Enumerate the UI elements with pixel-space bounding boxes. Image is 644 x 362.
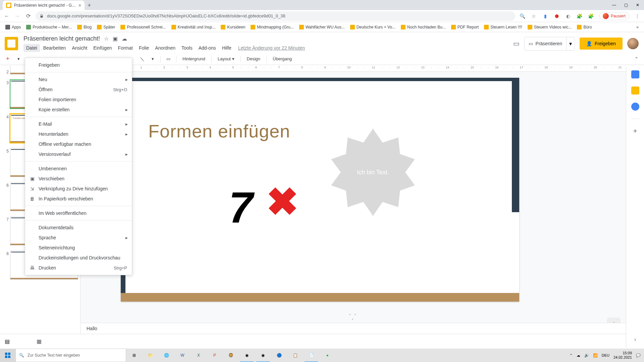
line-tool-icon[interactable]: ＼: [138, 55, 146, 63]
explorer-icon[interactable]: 📁: [142, 349, 158, 362]
spotify-icon[interactable]: ●: [319, 349, 335, 362]
excel-icon[interactable]: X: [191, 349, 207, 362]
bm-item[interactable]: Noch hochladen Bu...: [399, 24, 448, 31]
window-close-icon[interactable]: ✕: [636, 3, 639, 7]
dd-herunterladen[interactable]: Herunterladen▸: [25, 129, 132, 139]
edge-icon[interactable]: 🌐: [158, 349, 174, 362]
edge2-icon[interactable]: 🔵: [271, 349, 287, 362]
slide-title-text[interactable]: Formen einfügen: [148, 121, 290, 141]
extensions-menu-icon[interactable]: 🧩: [588, 13, 594, 19]
shape-number-seven[interactable]: 7: [229, 182, 253, 233]
dd-umbenennen[interactable]: Umbenennen: [25, 164, 132, 174]
dd-seite[interactable]: Seiteneinrichtung: [25, 243, 132, 253]
tray-expand-icon[interactable]: ⌃: [570, 353, 573, 358]
menu-addons[interactable]: Add-ons: [196, 44, 219, 52]
onedrive-icon[interactable]: ☁: [577, 353, 580, 358]
hide-sidepanel-icon[interactable]: ›: [634, 337, 636, 343]
reload-button[interactable]: ⟳: [25, 13, 32, 19]
extension-1-icon[interactable]: ▮: [542, 13, 549, 19]
bm-item[interactable]: Professionell Schrei...: [118, 24, 168, 31]
dd-details[interactable]: Dokumentdetails: [25, 223, 132, 233]
dd-druckvor[interactable]: Druckeinstellungen und Druckvorschau: [25, 253, 132, 263]
background-button[interactable]: Hintergrund: [180, 56, 208, 61]
bm-item[interactable]: Steuern Videos wic...: [526, 24, 574, 31]
menu-folie[interactable]: Folie: [136, 44, 152, 52]
dd-offline[interactable]: Offline verfügbar machen: [25, 139, 132, 149]
menu-tools[interactable]: Tools: [179, 44, 195, 52]
bm-item[interactable]: Später: [95, 24, 117, 31]
extension-4-icon[interactable]: 🧩: [576, 13, 583, 19]
bm-item[interactable]: PDF Report: [449, 24, 481, 31]
dd-drucken[interactable]: 🖶DruckenStrg+P: [25, 263, 132, 273]
grid-view-icon[interactable]: ▦: [37, 338, 42, 345]
notepad-icon[interactable]: 📄: [303, 349, 319, 362]
window-maximize-icon[interactable]: ▢: [624, 3, 628, 7]
notifications-icon[interactable]: 💬: [636, 353, 641, 358]
dd-verknuepfung[interactable]: ⇲Verknüpfung zu Drive hinzufügen: [25, 184, 132, 194]
add-addon-icon[interactable]: +: [631, 127, 639, 135]
star-bookmark-icon[interactable]: ☆: [531, 13, 537, 19]
new-tab-button[interactable]: +: [85, 1, 94, 10]
star-document-icon[interactable]: ☆: [104, 36, 109, 42]
shape-red-cross[interactable]: [268, 186, 297, 216]
theme-button[interactable]: Design: [244, 56, 263, 61]
task-view-icon[interactable]: ⊞: [126, 349, 142, 362]
bm-overflow[interactable]: »: [634, 24, 641, 31]
shape-star[interactable]: Ich bin Text.: [329, 129, 417, 216]
line-dropdown[interactable]: ▾: [148, 55, 157, 63]
language-indicator[interactable]: DEU: [602, 353, 609, 357]
comments-icon[interactable]: ▭: [513, 40, 520, 48]
last-edit-link[interactable]: Letzte Änderung vor 22 Minuten: [238, 45, 305, 51]
present-dropdown-button[interactable]: ▾: [566, 37, 575, 50]
menu-datei[interactable]: Datei: [23, 44, 40, 52]
menu-hilfe[interactable]: Hilfe: [219, 44, 234, 52]
menu-bearbeiten[interactable]: Bearbeiten: [41, 44, 69, 52]
bm-item[interactable]: Kreativität und Insp...: [169, 24, 218, 31]
chrome-menu-icon[interactable]: ⋮: [634, 13, 641, 19]
zoom-icon[interactable]: 🔍: [519, 13, 526, 19]
extension-3-icon[interactable]: ◐: [565, 13, 572, 19]
dd-version[interactable]: Versionsverlauf▸: [25, 149, 132, 159]
new-slide-dropdown[interactable]: ▾: [14, 55, 23, 63]
chrome-icon[interactable]: ◉: [255, 349, 271, 362]
forward-button[interactable]: →: [14, 13, 21, 19]
comment-icon[interactable]: ▭: [164, 55, 173, 63]
present-button[interactable]: ▭ Präsentieren: [525, 37, 566, 50]
dd-papierkorb[interactable]: 🗑In Papierkorb verschieben: [25, 194, 132, 204]
clock[interactable]: 15:09 24.02.2021: [613, 351, 632, 360]
dd-kopie[interactable]: Kopie erstellen▸: [25, 105, 132, 115]
keep-icon[interactable]: [631, 86, 639, 95]
taskbar-search[interactable]: 🔍 Zur Suche Text hier eingeben: [15, 349, 126, 362]
profile-paused-button[interactable]: Pausiert: [599, 12, 629, 20]
dd-freigeben[interactable]: Freigeben: [25, 60, 132, 70]
speaker-notes[interactable]: Hallo: [87, 326, 97, 331]
document-title[interactable]: Präsentieren leicht gemacht!: [23, 35, 100, 42]
dd-neu[interactable]: Neu▸: [25, 74, 132, 84]
word-icon[interactable]: W: [174, 349, 191, 362]
obs-icon[interactable]: ◉: [239, 349, 255, 362]
move-document-icon[interactable]: ▣: [113, 36, 118, 42]
dd-verschieben[interactable]: ▣Verschieben: [25, 174, 132, 184]
window-minimize-icon[interactable]: —: [612, 3, 616, 7]
resize-handle-icon[interactable]: • • •: [348, 312, 358, 322]
bm-item[interactable]: Blog: [75, 24, 94, 31]
slides-logo-icon[interactable]: [5, 37, 18, 50]
account-avatar[interactable]: [627, 38, 639, 49]
filmstrip-view-icon[interactable]: ▤: [5, 338, 10, 345]
start-button[interactable]: [0, 349, 15, 362]
app-icon[interactable]: 📋: [287, 349, 303, 362]
browser-tab[interactable]: Präsentieren leicht gemacht! - G… ×: [3, 1, 85, 10]
collapse-toolbar-icon[interactable]: ⌃: [632, 55, 641, 63]
transition-button[interactable]: Übergang: [270, 56, 294, 61]
bm-item[interactable]: Steuern Lesen !!!!: [482, 24, 524, 31]
bm-item[interactable]: Produktsuche – Mer...: [24, 24, 74, 31]
calendar-icon[interactable]: [631, 70, 639, 78]
bm-item[interactable]: Mindmapping (Gru...: [249, 24, 296, 31]
volume-icon[interactable]: 🔊: [584, 353, 589, 358]
share-button[interactable]: 👤 Freigeben: [580, 38, 623, 50]
bm-item[interactable]: Büro: [575, 24, 594, 31]
menu-format[interactable]: Format: [115, 44, 136, 52]
brave-icon[interactable]: 🦁: [223, 349, 239, 362]
new-slide-button[interactable]: +: [3, 55, 12, 63]
dd-sprache[interactable]: Sprache▸: [25, 233, 132, 243]
